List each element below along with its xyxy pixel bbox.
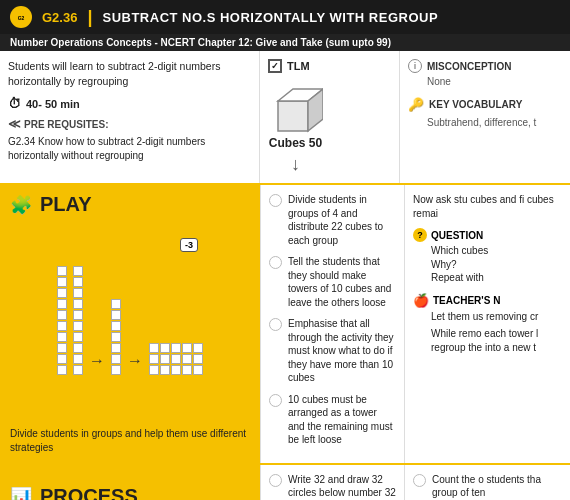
list-item: Tell the students that they should make … — [269, 255, 396, 309]
header-title: SUBTRACT NO.S HORIZONTALLY WITH REGROUP — [102, 10, 438, 25]
tlm-checkbox: ✓ — [268, 59, 282, 73]
list-item: 10 cubes must be arranged as a tower and… — [269, 393, 396, 447]
bullet-circle-icon — [269, 318, 282, 331]
prereq-label: ≪ PRE REQUSITES: — [8, 117, 251, 131]
key-vocab-label: 🔑 KEY VOCABULARY — [408, 97, 562, 112]
teacher-text2: While remo each tower l regroup the into… — [413, 327, 562, 354]
play-title: PLAY — [40, 193, 92, 216]
cube-icon — [268, 81, 323, 136]
bullet-circle-icon — [413, 474, 426, 487]
bullet-text: 10 cubes must be arranged as a tower and… — [288, 393, 396, 447]
process-title: PROCESS — [40, 485, 138, 500]
play-right-col: Now ask stu cubes and fi cubes remai ? Q… — [405, 185, 570, 463]
svg-marker-2 — [278, 101, 308, 131]
clock-icon: ⏱ — [8, 96, 21, 111]
question-text: Which cubes Why? Repeat with — [413, 244, 562, 285]
list-item: Write 32 and draw 32 circles below numbe… — [269, 473, 396, 501]
process-icon: 📊 — [10, 486, 32, 500]
process-right-text: Count the o students tha group of ten — [432, 473, 562, 500]
info-icon: i — [408, 59, 422, 73]
bullet-text: Emphasise that all through the activity … — [288, 317, 396, 385]
tlm-label: TLM — [287, 60, 310, 72]
bullet-circle-icon — [269, 194, 282, 207]
play-mid-col: Divide students in groups of 4 and distr… — [260, 185, 405, 463]
chevron-double-icon: ≪ — [8, 117, 21, 131]
top-left-col: Students will learn to subtract 2-digit … — [0, 51, 260, 183]
process-mid-text: Write 32 and draw 32 circles below numbe… — [288, 473, 396, 501]
top-right-col: i MISCONCEPTION None 🔑 KEY VOCABULARY Su… — [400, 51, 570, 183]
list-item: Divide students in groups of 4 and distr… — [269, 193, 396, 247]
vocab-text: Subtrahend, difference, t — [408, 115, 562, 130]
process-left-col: 📊 PROCESS — [0, 465, 260, 501]
teacher-label: 🍎 TEACHER'S N — [413, 293, 562, 308]
key-icon: 🔑 — [408, 97, 424, 112]
bullet-circle-icon — [269, 256, 282, 269]
process-mid-col: Write 32 and draw 32 circles below numbe… — [260, 465, 405, 501]
arrow-right-icon: → — [89, 352, 105, 370]
learning-text: Students will learn to subtract 2-digit … — [8, 59, 251, 88]
header: G2 G2.36 | SUBTRACT NO.S HORIZONTALLY WI… — [0, 0, 570, 34]
misconception-none: None — [408, 76, 562, 87]
tlm-header: ✓ TLM — [268, 59, 310, 73]
cube-tower-3 — [111, 299, 121, 375]
top-mid-col: ✓ TLM Cubes 50 ↓ — [260, 51, 400, 183]
process-section: 📊 PROCESS Write 32 and draw 32 circles b… — [0, 465, 570, 501]
svg-text:G2: G2 — [18, 15, 25, 21]
teacher-block: 🍎 TEACHER'S N Let them us removing cr Wh… — [413, 293, 562, 355]
question-icon: ? — [413, 228, 427, 242]
bullet-text: Tell the students that they should make … — [288, 255, 396, 309]
question-label: ? QUESTION — [413, 228, 562, 242]
puzzle-icon: 🧩 — [10, 194, 32, 216]
misconception-label: i MISCONCEPTION — [408, 59, 562, 73]
play-desc: Divide students in groups and help them … — [0, 421, 260, 463]
list-item: Emphasise that all through the activity … — [269, 317, 396, 385]
play-section: 🧩 PLAY — [0, 185, 570, 465]
header-logo: G2 — [10, 6, 32, 28]
play-right-intro: Now ask stu cubes and fi cubes remai — [413, 193, 562, 220]
time-label: 40- 50 min — [26, 98, 80, 110]
process-right-col: Count the o students tha group of ten — [405, 465, 570, 501]
arrow-down-icon: ↓ — [291, 154, 300, 175]
header-divider: | — [87, 7, 92, 28]
prereq-text: G2.34 Know how to subtract 2-digit numbe… — [8, 135, 251, 163]
cube-tower-1 — [57, 266, 67, 375]
cube-tower-2 — [73, 266, 83, 375]
list-item: Count the o students tha group of ten — [413, 473, 562, 500]
time-row: ⏱ 40- 50 min — [8, 96, 251, 111]
teacher-icon: 🍎 — [413, 293, 429, 308]
subheader: Number Operations Concepts - NCERT Chapt… — [0, 34, 570, 51]
cube-container: Cubes 50 ↓ — [268, 81, 323, 175]
play-header: 🧩 PLAY — [0, 185, 260, 220]
bullet-circle-icon — [269, 394, 282, 407]
minus-3-badge: -3 — [180, 238, 198, 252]
question-block: ? QUESTION Which cubes Why? Repeat with — [413, 228, 562, 285]
bullet-text: Divide students in groups of 4 and distr… — [288, 193, 396, 247]
teacher-text1: Let them us removing cr — [413, 310, 562, 324]
play-left-col: 🧩 PLAY — [0, 185, 260, 463]
arrow-right-icon-2: → — [127, 352, 143, 370]
cube-label: Cubes 50 — [269, 136, 322, 150]
bullet-circle-icon — [269, 474, 282, 487]
cubes-visual: → → — [57, 266, 203, 375]
play-image-area: → → — [0, 220, 260, 421]
header-code: G2.36 — [42, 10, 77, 25]
cube-flat-group — [149, 343, 203, 375]
top-section: Students will learn to subtract 2-digit … — [0, 51, 570, 185]
subheader-text: Number Operations Concepts - NCERT Chapt… — [10, 37, 391, 48]
